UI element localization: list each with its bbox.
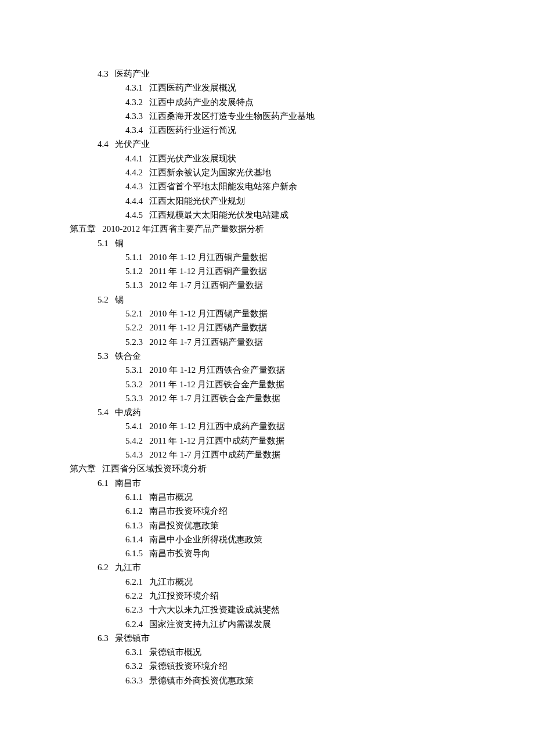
- toc-separator: [109, 563, 115, 572]
- toc-title: 江西医药产业发展概况: [149, 83, 236, 92]
- toc-entry: 第五章 2010-2012 年江西省主要产品产量数据分析: [70, 222, 464, 236]
- toc-separator: [143, 83, 149, 92]
- toc-entry: 5.3.3 2012 年 1-7 月江西铁合金产量数据: [125, 391, 464, 405]
- toc-entry: 6.3.2 景德镇投资环境介绍: [125, 659, 464, 673]
- toc-entry: 5.4 中成药: [98, 405, 464, 419]
- toc-number: 4.4.1: [125, 152, 143, 165]
- toc-title: 2010 年 1-12 月江西中成药产量数据: [149, 422, 285, 431]
- toc-title: 铁合金: [115, 351, 141, 361]
- toc-separator: [143, 676, 149, 685]
- toc-entry: 4.3.2 江西中成药产业的发展特点: [125, 95, 464, 109]
- toc-number: 6.2.3: [125, 603, 143, 617]
- toc-entry: 6.2.4 国家注资支持九江扩内需谋发展: [125, 617, 464, 631]
- toc-title: 江西中成药产业的发展特点: [149, 98, 254, 107]
- toc-number: 5.2: [98, 293, 109, 307]
- toc-title: 景德镇市: [115, 633, 150, 643]
- toc-title: 光伏产业: [115, 139, 150, 149]
- toc-number: 5.1: [98, 236, 109, 250]
- toc-separator: [96, 464, 102, 473]
- toc-title: 2010-2012 年江西省主要产品产量数据分析: [102, 224, 264, 233]
- toc-separator: [143, 365, 149, 375]
- toc-separator: [143, 422, 149, 431]
- toc-separator: [109, 239, 115, 248]
- toc-number: 第六章: [70, 462, 96, 476]
- toc-title: 十六大以来九江投资建设成就斐然: [149, 605, 280, 614]
- toc-number: 6.2.4: [125, 617, 143, 631]
- toc-number: 4.4.5: [125, 208, 143, 222]
- toc-separator: [143, 380, 149, 389]
- toc-entry: 4.3.3 江西桑海开发区打造专业生物医药产业基地: [125, 109, 464, 123]
- toc-separator: [109, 139, 115, 149]
- toc-number: 6.1: [98, 476, 109, 490]
- toc-number: 4.4.3: [125, 179, 143, 193]
- toc-separator: [143, 154, 149, 163]
- toc-number: 第五章: [70, 222, 96, 236]
- toc-entry: 4.4.4 江西太阳能光伏产业规划: [125, 194, 464, 208]
- toc-separator: [143, 577, 149, 586]
- toc-entry: 6.3 景德镇市: [98, 631, 464, 645]
- toc-number: 5.3: [98, 349, 109, 363]
- toc-number: 6.3.1: [125, 645, 143, 659]
- toc-title: 南昌市: [115, 478, 141, 488]
- toc-separator: [109, 69, 115, 78]
- toc-number: 6.1.3: [125, 519, 143, 532]
- toc-separator: [143, 280, 149, 290]
- toc-separator: [109, 633, 115, 643]
- toc-title: 江西省首个平地太阳能发电站落户新余: [149, 182, 297, 191]
- toc-title: 2012 年 1-7 月江西中成药产量数据: [149, 450, 280, 459]
- toc-number: 6.2.1: [125, 575, 143, 589]
- toc-title: 九江市概况: [149, 577, 193, 586]
- toc-separator: [143, 591, 149, 600]
- toc-entry: 4.3 医药产业: [98, 67, 464, 81]
- toc-title: 2012 年 1-7 月江西锡产量数据: [149, 337, 263, 347]
- toc-separator: [143, 436, 149, 445]
- toc-number: 6.2.2: [125, 589, 143, 603]
- toc-title: 2011 年 1-12 月江西铁合金产量数据: [149, 380, 284, 389]
- toc-separator: [143, 506, 149, 516]
- toc-number: 5.4.2: [125, 434, 143, 448]
- toc-number: 4.4: [98, 137, 109, 151]
- toc-separator: [143, 267, 149, 276]
- toc-separator: [143, 196, 149, 206]
- toc-number: 5.3.3: [125, 391, 143, 405]
- toc-title: 江西桑海开发区打造专业生物医药产业基地: [149, 111, 315, 121]
- toc-title: 江西省分区域投资环境分析: [102, 464, 207, 473]
- toc-title: 南昌市概况: [149, 492, 193, 502]
- toc-title: 江西太阳能光伏产业规划: [149, 196, 245, 206]
- toc-separator: [143, 535, 149, 544]
- toc-title: 南昌投资优惠政策: [149, 521, 219, 530]
- toc-number: 6.3.2: [125, 659, 143, 673]
- toc-entry: 5.1.1 2010 年 1-12 月江西铜产量数据: [125, 250, 464, 264]
- toc-separator: [143, 605, 149, 614]
- toc-title: 国家注资支持九江扩内需谋发展: [149, 620, 271, 629]
- toc-number: 6.3.3: [125, 674, 143, 687]
- toc-title: 2010 年 1-12 月江西铁合金产量数据: [149, 365, 285, 375]
- toc-separator: [143, 450, 149, 459]
- toc-entry: 5.4.3 2012 年 1-7 月江西中成药产量数据: [125, 448, 464, 462]
- toc-number: 5.2.1: [125, 307, 143, 321]
- toc-separator: [143, 253, 149, 262]
- toc-number: 4.3.4: [125, 123, 143, 137]
- toc-entry: 5.3.1 2010 年 1-12 月江西铁合金产量数据: [125, 363, 464, 377]
- toc-entry: 6.1.3 南昌投资优惠政策: [125, 519, 464, 532]
- toc-number: 6.1.2: [125, 504, 143, 518]
- toc-entry: 第六章 江西省分区域投资环境分析: [70, 462, 464, 476]
- toc-number: 4.3.3: [125, 109, 143, 123]
- toc-separator: [143, 620, 149, 629]
- toc-title: 2010 年 1-12 月江西锡产量数据: [149, 309, 268, 318]
- toc-title: 南昌中小企业所得税优惠政策: [149, 535, 262, 544]
- toc-number: 5.4.1: [125, 419, 143, 433]
- toc-entry: 6.1.2 南昌市投资环境介绍: [125, 504, 464, 518]
- toc-number: 4.4.4: [125, 194, 143, 208]
- toc-title: 九江市: [115, 563, 141, 572]
- toc-title: 江西新余被认定为国家光伏基地: [149, 168, 271, 177]
- toc-entry: 6.2.3 十六大以来九江投资建设成就斐然: [125, 603, 464, 617]
- toc-title: 2011 年 1-12 月江西锡产量数据: [149, 323, 267, 332]
- toc-title: 2011 年 1-12 月江西中成药产量数据: [149, 436, 284, 445]
- toc-separator: [143, 309, 149, 318]
- toc-title: 铜: [115, 239, 124, 248]
- toc-title: 2012 年 1-7 月江西铁合金产量数据: [149, 394, 280, 403]
- toc-number: 5.1.3: [125, 278, 143, 292]
- toc-number: 6.3: [98, 631, 109, 645]
- toc-entry: 5.1 铜: [98, 236, 464, 250]
